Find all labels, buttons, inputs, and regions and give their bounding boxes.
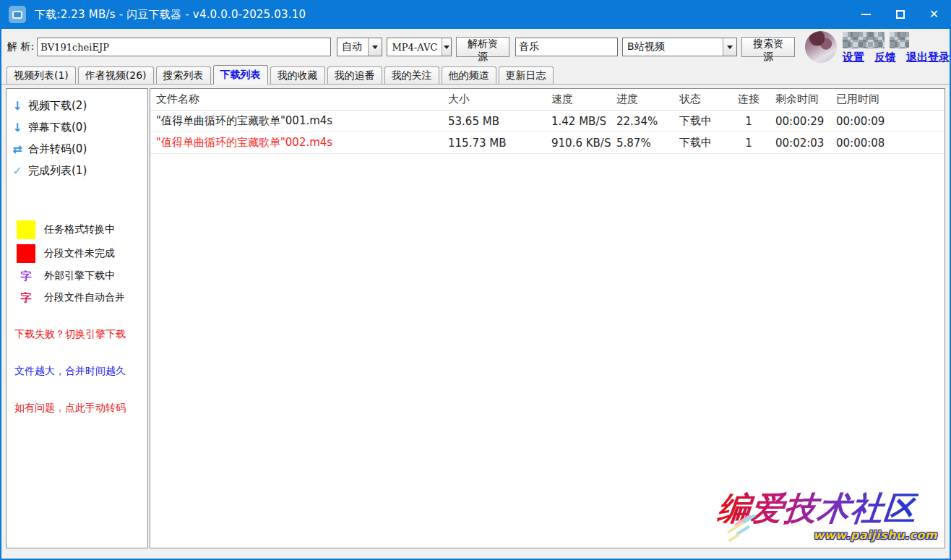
toolbar: 解 析: 自动 MP4-AVC 解析资源 B站视频 搜索资源 设置 反馈 退出登… <box>1 29 950 65</box>
col-status[interactable]: 状态 <box>679 92 731 106</box>
cell-size: 115.73 MB <box>448 137 551 150</box>
watermark-streaks-icon <box>723 517 767 546</box>
cell-status: 下载中 <box>679 114 731 128</box>
maximize-button[interactable] <box>883 0 917 29</box>
table-row[interactable]: "值得单曲循环的宝藏歌单"001.m4s 53.65 MB 1.42 MB/S … <box>150 111 944 132</box>
cell-speed: 1.42 MB/S <box>551 115 616 128</box>
search-resource-button[interactable]: 搜索资源 <box>741 37 795 57</box>
user-avatar[interactable] <box>805 31 837 63</box>
legend-external-engine: 字 外部引擎下载中 <box>7 265 147 287</box>
col-remaining[interactable]: 剩余时间 <box>766 92 831 106</box>
legend-segment-incomplete: 分段文件未完成 <box>7 241 147 265</box>
watermark-text: 编爱技术社区 <box>715 487 919 530</box>
col-speed[interactable]: 速度 <box>551 92 616 106</box>
cell-size: 53.65 MB <box>448 115 551 128</box>
cell-status: 下载中 <box>679 136 731 150</box>
settings-link[interactable]: 设置 <box>843 51 864 64</box>
parse-input[interactable] <box>37 38 331 56</box>
logout-link[interactable]: 退出登录 <box>906 51 950 64</box>
keyword-input[interactable] <box>515 38 618 56</box>
col-connections[interactable]: 连接 <box>731 92 766 106</box>
cell-connections: 1 <box>731 115 766 128</box>
cell-progress: 5.87% <box>616 137 679 150</box>
tab-my-favorites[interactable]: 我的收藏 <box>270 66 325 84</box>
sidebar-item-label: 合并转码(0) <box>28 142 87 156</box>
app-icon <box>9 6 26 23</box>
check-icon: ✓ <box>7 164 28 178</box>
table-header: 文件名称 大小 速度 进度 状态 连接 剩余时间 已用时间 <box>150 89 944 111</box>
site-select[interactable]: B站视频 <box>622 38 737 56</box>
close-icon: ✕ <box>929 9 939 20</box>
chevron-down-icon <box>442 38 451 56</box>
table-row[interactable]: "值得单曲循环的宝藏歌单"002.m4s 115.73 MB 910.6 KB/… <box>150 132 944 154</box>
tab-strip: 视频列表(1) 作者视频(26) 搜索列表 下载列表 我的收藏 我的追番 我的关… <box>1 65 950 85</box>
sidebar-item-label: 弹幕下载(0) <box>28 121 87 134</box>
col-progress[interactable]: 进度 <box>616 92 679 106</box>
yellow-swatch <box>17 220 35 239</box>
username-censored <box>843 32 950 48</box>
sidebar-item-completed-list[interactable]: ✓ 完成列表(1) <box>7 160 147 181</box>
maximize-icon <box>896 10 905 19</box>
title-bar: 下载:2.23 MB/s - 闪豆下载器 - v4.0.0.0-2025.03.… <box>0 0 951 29</box>
tab-video-list[interactable]: 视频列表(1) <box>7 66 76 84</box>
sidebar: ↓ 视频下载(2) ↓ 弹幕下载(0) ⇄ 合并转码(0) ✓ 完成列表(1) <box>6 88 148 548</box>
download-arrow-icon: ↓ <box>7 121 28 134</box>
sidebar-item-label: 视频下载(2) <box>28 99 87 113</box>
cell-elapsed: 00:00:09 <box>831 115 896 128</box>
download-arrow-icon: ↓ <box>7 99 28 113</box>
legend-converting: 任务格式转换中 <box>7 217 147 241</box>
app-window: 下载:2.23 MB/s - 闪豆下载器 - v4.0.0.0-2025.03.… <box>0 0 951 560</box>
auto-select[interactable]: 自动 <box>337 38 382 56</box>
tab-search-list[interactable]: 搜索列表 <box>156 66 211 84</box>
cell-filename: "值得单曲循环的宝藏歌单"001.m4s <box>150 114 448 128</box>
watermark-url: www.paijishu.com <box>813 528 937 542</box>
note-manual-transcode[interactable]: 如有问题，点此手动转码 <box>7 402 147 415</box>
purple-char-icon: 字 <box>17 270 35 283</box>
cell-remaining: 00:02:03 <box>766 137 831 150</box>
chevron-down-icon <box>368 38 382 56</box>
feedback-link[interactable]: 反馈 <box>874 51 896 64</box>
status-legend: 任务格式转换中 分段文件未完成 字 外部引擎下载中 字 分段文件自动合并 <box>7 217 147 309</box>
red-swatch <box>17 244 35 263</box>
cell-connections: 1 <box>731 137 766 150</box>
tab-download-list[interactable]: 下载列表 <box>213 65 268 85</box>
swap-arrows-icon: ⇄ <box>7 142 28 156</box>
sidebar-item-danmaku-download[interactable]: ↓ 弹幕下载(0) <box>7 116 147 138</box>
col-elapsed[interactable]: 已用时间 <box>831 92 896 106</box>
cell-filename: "值得单曲循环的宝藏歌单"002.m4s <box>150 136 448 150</box>
note-merge-time: 文件越大，合并时间越久 <box>7 365 147 378</box>
cell-remaining: 00:00:29 <box>766 115 831 128</box>
sidebar-item-merge-transcode[interactable]: ⇄ 合并转码(0) <box>7 138 147 160</box>
parse-resource-button[interactable]: 解析资源 <box>456 37 509 57</box>
cell-progress: 22.34% <box>616 115 679 128</box>
tab-author-videos[interactable]: 作者视频(26) <box>78 66 154 84</box>
crimson-char-icon: 字 <box>17 291 35 305</box>
chevron-down-icon <box>723 38 736 56</box>
col-size[interactable]: 大小 <box>448 92 551 106</box>
minimize-button[interactable] <box>849 0 883 29</box>
legend-auto-merge: 字 分段文件自动合并 <box>7 287 147 309</box>
tab-his-channel[interactable]: 他的频道 <box>442 66 496 84</box>
tab-update-log[interactable]: 更新日志 <box>499 66 554 84</box>
sidebar-item-video-download[interactable]: ↓ 视频下载(2) <box>7 95 147 116</box>
parse-label: 解 析: <box>7 40 34 53</box>
cell-elapsed: 00:00:08 <box>831 137 896 150</box>
tab-my-bangumi[interactable]: 我的追番 <box>327 66 382 84</box>
minimize-icon <box>861 14 871 15</box>
download-table-panel: 文件名称 大小 速度 进度 状态 连接 剩余时间 已用时间 "值得单曲循环的宝藏… <box>150 88 945 548</box>
window-title: 下载:2.23 MB/s - 闪豆下载器 - v4.0.0.0-2025.03.… <box>35 8 306 22</box>
sidebar-item-label: 完成列表(1) <box>28 164 87 178</box>
col-filename[interactable]: 文件名称 <box>150 92 448 106</box>
format-select[interactable]: MP4-AVC <box>387 38 452 56</box>
tab-my-follows[interactable]: 我的关注 <box>384 66 439 84</box>
close-button[interactable]: ✕ <box>917 0 951 29</box>
content-area: ↓ 视频下载(2) ↓ 弹幕下载(0) ⇄ 合并转码(0) ✓ 完成列表(1) <box>1 85 950 559</box>
cell-speed: 910.6 KB/S <box>551 137 616 150</box>
note-switch-engine[interactable]: 下载失败？切换引擎下载 <box>7 328 147 341</box>
watermark: 编爱技术社区 www.paijishu.com <box>718 487 939 536</box>
